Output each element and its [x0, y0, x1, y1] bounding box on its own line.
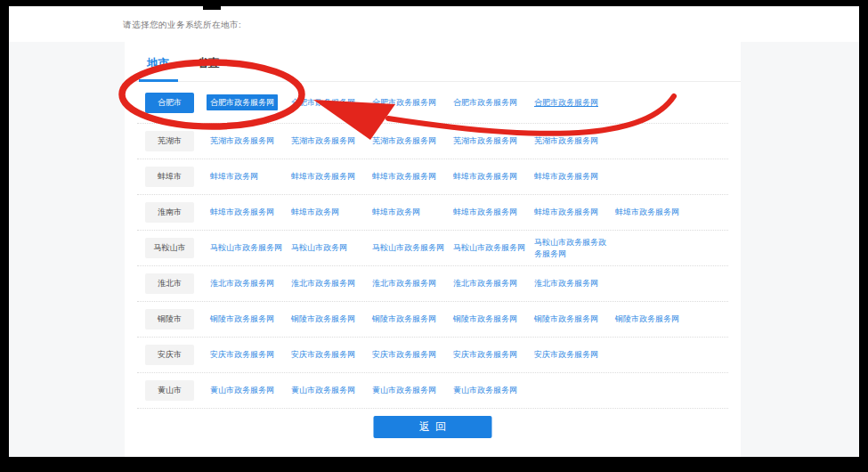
page-instruction: 请选择您的业务系统所在地市:: [123, 20, 241, 31]
city-site-link[interactable]: 马鞍山市政务服务网: [453, 242, 525, 254]
city-site-link[interactable]: 蚌埠市政务服务网: [453, 207, 517, 218]
city-site-link[interactable]: 蚌埠市政务服务网: [534, 171, 598, 183]
city-row: 合肥市 合肥市政务服务网合肥市政务服务网合肥市政务服务网合肥市政务服务网合肥市政…: [137, 82, 728, 124]
city-site-link[interactable]: 蚌埠市政务服务网: [453, 171, 517, 183]
city-row: 蚌埠市 蚌埠市政务网蚌埠市政务服务网蚌埠市政务服务网蚌埠市政务服务网蚌埠市政务服…: [137, 159, 728, 195]
city-site-link[interactable]: 铜陵市政务服务网: [372, 313, 436, 325]
city-site-link[interactable]: 淮北市政务服务网: [453, 278, 517, 289]
city-site-link[interactable]: 安庆市政务服务网: [291, 349, 355, 361]
city-site-link[interactable]: 芜湖市政务服务网: [372, 135, 436, 147]
city-site-link[interactable]: 黄山市政务服务网: [372, 385, 436, 396]
city-site-link[interactable]: 铜陵市政务服务网: [291, 313, 355, 325]
city-site-link[interactable]: 蚌埠市政务网: [372, 207, 420, 218]
tab-bar: 地市 省直: [125, 42, 741, 82]
city-site-link[interactable]: 安庆市政务服务网: [534, 349, 598, 361]
city-button[interactable]: 蚌埠市: [145, 167, 194, 187]
city-site-link[interactable]: 合肥市政务服务网: [372, 97, 436, 109]
city-site-link[interactable]: 芜湖市政务服务网: [453, 135, 517, 147]
city-site-link[interactable]: 合肥市政务服务网: [534, 97, 598, 109]
city-site-link[interactable]: 马鞍山市政务网: [291, 242, 347, 254]
frame-notch: [203, 0, 221, 10]
city-site-link[interactable]: 蚌埠市政务服务网: [291, 171, 355, 183]
city-site-link[interactable]: 淮北市政务服务网: [210, 278, 274, 289]
city-button[interactable]: 淮北市: [145, 273, 194, 294]
city-button[interactable]: 安庆市: [145, 345, 194, 365]
city-selection-panel: 地市 省直 合肥市 合肥市政务服务网合肥市政务服务网合肥市政务服务网合肥市政务服…: [125, 42, 741, 457]
city-rows: 合肥市 合肥市政务服务网合肥市政务服务网合肥市政务服务网合肥市政务服务网合肥市政…: [137, 82, 728, 409]
city-site-link[interactable]: 铜陵市政务服务网: [534, 313, 598, 325]
city-site-link[interactable]: 蚌埠市政务服务网: [615, 207, 679, 218]
city-site-link[interactable]: 蚌埠市政务网: [210, 171, 258, 183]
city-site-link[interactable]: 蚌埠市政务服务网: [534, 207, 598, 218]
city-site-link[interactable]: 安庆市政务服务网: [453, 349, 517, 361]
city-row: 芜湖市 芜湖市政务服务网芜湖市政务服务网芜湖市政务服务网芜湖市政务服务网芜湖市政…: [137, 124, 728, 159]
city-site-link[interactable]: 铜陵市政务服务网: [210, 313, 274, 325]
city-row: 淮北市 淮北市政务服务网淮北市政务服务网淮北市政务服务网淮北市政务服务网淮北市政…: [137, 266, 728, 302]
city-site-link[interactable]: 合肥市政务服务网: [453, 97, 517, 109]
city-row: 黄山市 黄山市政务服务网黄山市政务服务网黄山市政务服务网黄山市政务服务网: [137, 373, 728, 409]
city-site-link[interactable]: 芜湖市政务服务网: [210, 135, 274, 147]
city-site-link[interactable]: 马鞍山市政务服务政务服务网: [534, 237, 611, 259]
city-site-link[interactable]: 合肥市政务服务网: [207, 94, 278, 111]
tab-provincial[interactable]: 省直: [197, 56, 219, 71]
screenshot-root: { "header": { "instruction": "请选择您的业务系统所…: [0, 0, 868, 472]
city-row: 淮南市 蚌埠市政务服务网蚌埠市政务网蚌埠市政务网蚌埠市政务服务网蚌埠市政务服务网…: [137, 195, 728, 231]
city-site-link[interactable]: 蚌埠市政务网: [291, 207, 339, 218]
city-site-link[interactable]: 马鞍山市政务服务网: [210, 242, 282, 254]
city-button[interactable]: 芜湖市: [145, 131, 194, 151]
city-site-link[interactable]: 芜湖市政务服务网: [534, 135, 598, 147]
city-button[interactable]: 铜陵市: [145, 309, 194, 330]
city-site-link[interactable]: 淮北市政务服务网: [372, 278, 436, 289]
city-button[interactable]: 马鞍山市: [145, 238, 194, 258]
city-site-link[interactable]: 蚌埠市政务服务网: [210, 207, 274, 218]
city-site-link[interactable]: 芜湖市政务服务网: [291, 135, 355, 147]
city-row: 安庆市 安庆市政务服务网安庆市政务服务网安庆市政务服务网安庆市政务服务网安庆市政…: [137, 338, 728, 373]
city-site-link[interactable]: 淮北市政务服务网: [534, 278, 598, 289]
city-site-link[interactable]: 合肥市政务服务网: [291, 97, 355, 109]
city-site-link[interactable]: 黄山市政务服务网: [291, 385, 355, 396]
city-site-link[interactable]: 黄山市政务服务网: [453, 385, 517, 396]
city-site-link[interactable]: 黄山市政务服务网: [210, 385, 274, 396]
city-site-link[interactable]: 安庆市政务服务网: [372, 349, 436, 361]
city-site-link[interactable]: 铜陵市政务服务网: [615, 313, 679, 325]
city-button[interactable]: 合肥市: [145, 93, 194, 113]
city-row: 马鞍山市 马鞍山市政务服务网马鞍山市政务网马鞍山市政务服务网马鞍山市政务服务网马…: [137, 231, 728, 266]
browser-page: 请选择您的业务系统所在地市: 地市 省直 合肥市 合肥市政务服务网合肥市政务服务…: [9, 6, 859, 457]
city-site-link[interactable]: 蚌埠市政务服务网: [372, 171, 436, 183]
city-button[interactable]: 黄山市: [145, 380, 194, 401]
city-site-link[interactable]: 马鞍山市政务服务网: [372, 242, 444, 254]
city-site-link[interactable]: 铜陵市政务服务网: [453, 313, 517, 325]
city-row: 铜陵市 铜陵市政务服务网铜陵市政务服务网铜陵市政务服务网铜陵市政务服务网铜陵市政…: [137, 302, 728, 338]
city-button[interactable]: 淮南市: [145, 202, 194, 223]
tab-cities[interactable]: 地市: [147, 56, 169, 71]
city-site-link[interactable]: 安庆市政务服务网: [210, 349, 274, 361]
back-button[interactable]: 返回: [374, 416, 492, 438]
city-site-link[interactable]: 淮北市政务服务网: [291, 278, 355, 289]
